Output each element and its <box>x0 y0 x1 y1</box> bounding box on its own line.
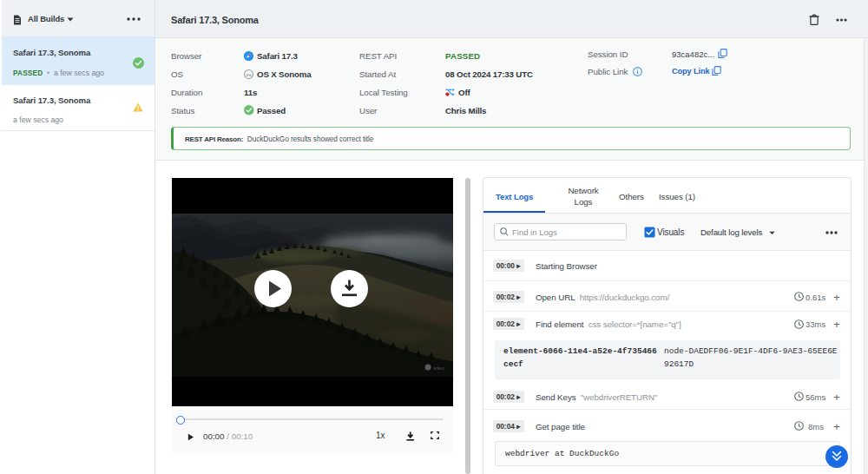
svg-text:videvo: videvo <box>433 366 445 371</box>
svg-text:os: os <box>247 72 252 77</box>
